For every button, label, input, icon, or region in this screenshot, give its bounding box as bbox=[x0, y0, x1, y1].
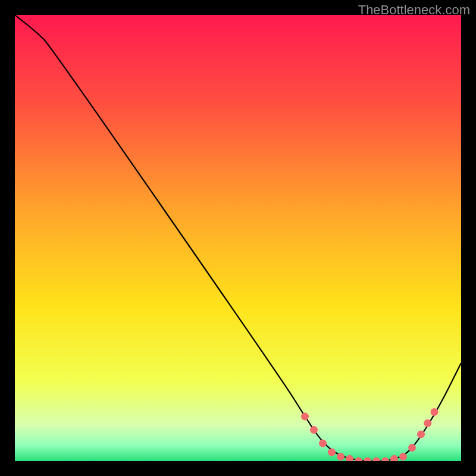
highlight-point bbox=[337, 453, 345, 461]
watermark-text: TheBottleneck.com bbox=[358, 2, 470, 18]
highlight-point bbox=[408, 444, 416, 452]
highlight-point bbox=[417, 431, 425, 439]
highlight-point bbox=[431, 408, 439, 416]
highlight-point bbox=[301, 413, 309, 421]
highlight-point bbox=[328, 449, 336, 456]
chart-frame: TheBottleneck.com bbox=[0, 0, 476, 476]
chart-plot-area bbox=[15, 15, 461, 461]
chart-svg bbox=[15, 15, 461, 461]
highlight-point bbox=[424, 419, 431, 427]
highlight-point bbox=[319, 440, 327, 447]
highlight-point bbox=[399, 453, 407, 461]
highlight-point bbox=[310, 426, 318, 434]
chart-background bbox=[15, 15, 461, 461]
